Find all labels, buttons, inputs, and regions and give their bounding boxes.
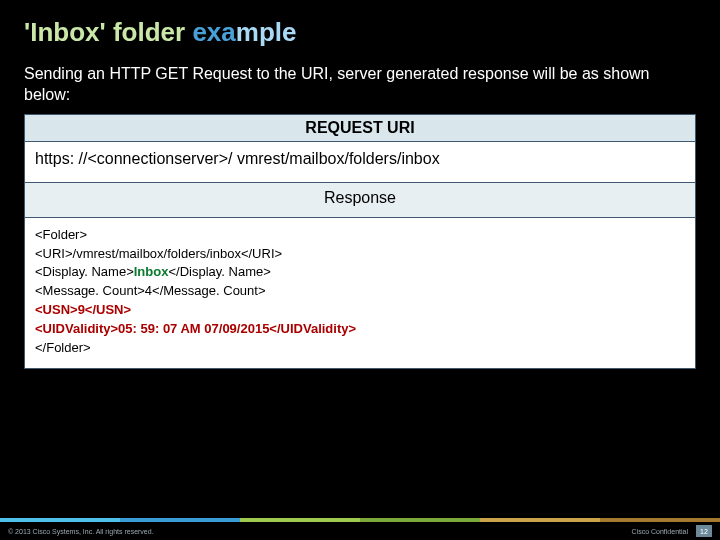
xml-highlight-inbox: Inbox [134,264,169,279]
xml-line-usn: <USN>9</USN> [35,301,685,320]
title-part-mple: mple [236,17,297,47]
confidential-text: Cisco Confidential [632,528,688,535]
title-part-exa: exa [192,17,235,47]
xml-line: <Display. Name>Inbox</Display. Name> [35,263,685,282]
title-part-quoted: 'Inbox' folder [24,17,192,47]
xml-line: <Message. Count>4</Message. Count> [35,282,685,301]
footer-text-row: © 2013 Cisco Systems, Inc. All rights re… [0,522,720,540]
copyright-text: © 2013 Cisco Systems, Inc. All rights re… [8,528,632,535]
xml-line: <URI>/vmrest/mailbox/folders/inbox</URI> [35,245,685,264]
request-uri-header: REQUEST URI [25,115,695,142]
xml-line-uidvalidity: <UIDValidity>05: 59: 07 AM 07/09/2015</U… [35,320,685,339]
page-number: 12 [696,525,712,537]
response-header: Response [25,183,695,218]
response-body: <Folder> <URI>/vmrest/mailbox/folders/in… [25,218,695,368]
xml-fragment: <Display. Name> [35,264,134,279]
slide-title: 'Inbox' folder example [0,0,720,55]
xml-fragment: </Display. Name> [168,264,270,279]
xml-line: <Folder> [35,226,685,245]
request-response-table: REQUEST URI https: //<connectionserver>/… [24,114,696,369]
request-uri-value: https: //<connectionserver>/ vmrest/mail… [25,142,695,183]
slide-subtitle: Sending an HTTP GET Request to the URI, … [0,55,720,110]
xml-line: </Folder> [35,339,685,358]
